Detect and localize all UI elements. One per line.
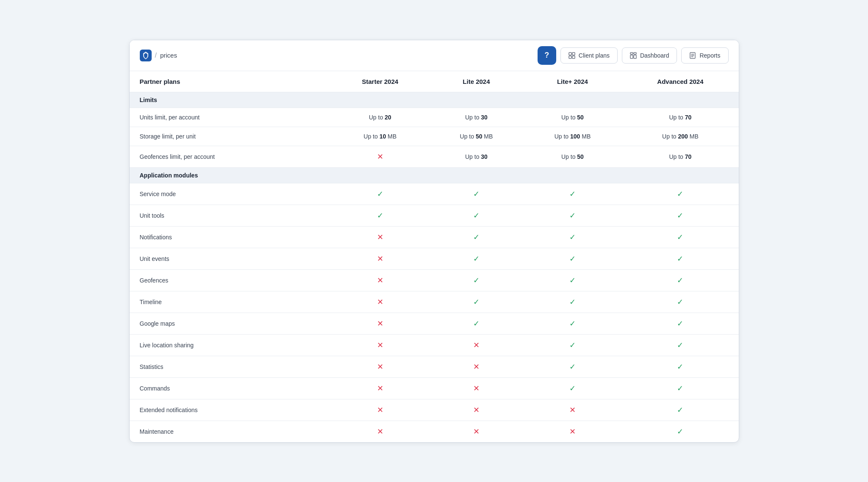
cross-icon: ✕ [377, 406, 383, 414]
limit-value: Up to 50 MB [460, 133, 493, 140]
col-header-feature: Partner plans [130, 71, 331, 92]
feature-label: Google maps [130, 313, 331, 334]
table-cell: ✕ [330, 313, 430, 334]
check-icon: ✓ [677, 190, 683, 198]
header: / prices ? Client plans [130, 40, 739, 71]
svg-rect-2 [572, 53, 575, 55]
reports-icon [689, 52, 696, 59]
logo-icon [140, 50, 152, 61]
svg-rect-1 [569, 53, 571, 55]
help-button[interactable]: ? [538, 46, 556, 65]
table-cell: ✓ [523, 377, 622, 399]
table-cell: ✓ [622, 377, 738, 399]
breadcrumb: / prices [140, 50, 538, 61]
limit-value: Up to 10 MB [363, 133, 397, 140]
check-icon: ✓ [569, 255, 576, 263]
table-cell: ✕ [330, 399, 430, 421]
table-row: Unit tools✓✓✓✓ [130, 205, 739, 226]
limit-value: Up to 50 [561, 114, 584, 121]
col-header-starter: Starter 2024 [330, 71, 430, 92]
limit-value: Up to 100 MB [555, 133, 591, 140]
svg-rect-8 [634, 55, 636, 58]
app-container: / prices ? Client plans [129, 40, 739, 443]
table-cell: ✕ [330, 421, 430, 442]
check-icon: ✓ [377, 211, 383, 220]
table-cell: Up to 50 [523, 108, 622, 127]
table-cell: ✓ [523, 291, 622, 313]
breadcrumb-separator: / [155, 52, 157, 59]
cross-icon: ✕ [569, 427, 576, 436]
check-icon: ✓ [569, 211, 576, 220]
table-row: Google maps✕✓✓✓ [130, 313, 739, 334]
client-plans-button[interactable]: Client plans [560, 47, 618, 64]
limit-value: Up to 20 [369, 114, 391, 121]
table-cell: ✓ [430, 313, 523, 334]
reports-label: Reports [699, 52, 720, 59]
check-icon: ✓ [473, 319, 480, 328]
cross-icon: ✕ [377, 319, 383, 328]
limit-value: Up to 70 [669, 153, 691, 160]
table-cell: Up to 70 [622, 108, 738, 127]
table-cell: ✓ [430, 183, 523, 205]
table-cell: ✕ [330, 377, 430, 399]
section-header-row: Application modules [130, 167, 739, 183]
check-icon: ✓ [569, 341, 576, 349]
svg-rect-7 [630, 55, 633, 58]
cross-icon: ✕ [377, 427, 383, 436]
table-cell: ✓ [622, 399, 738, 421]
reports-button[interactable]: Reports [681, 47, 728, 64]
limit-value: Up to 200 MB [662, 133, 699, 140]
svg-rect-6 [634, 53, 636, 54]
table-cell: ✕ [430, 356, 523, 377]
check-icon: ✓ [569, 190, 576, 198]
table-cell: Up to 30 [430, 146, 523, 167]
table-cell: ✓ [622, 334, 738, 356]
table-row: Live location sharing✕✕✓✓ [130, 334, 739, 356]
check-icon: ✓ [677, 211, 683, 220]
check-icon: ✓ [569, 298, 576, 306]
table-cell: ✓ [430, 226, 523, 248]
table-cell: Up to 50 MB [430, 127, 523, 146]
check-icon: ✓ [677, 363, 683, 371]
table-row: Notifications✕✓✓✓ [130, 226, 739, 248]
check-icon: ✓ [569, 384, 576, 393]
cross-icon: ✕ [377, 384, 383, 393]
table-cell: Up to 50 [523, 146, 622, 167]
grid-icon [568, 52, 575, 59]
cross-icon: ✕ [377, 152, 383, 161]
table-row: Timeline✕✓✓✓ [130, 291, 739, 313]
table-cell: ✕ [430, 399, 523, 421]
table-cell: ✕ [330, 269, 430, 291]
header-actions: ? Client plans Dashboard [538, 46, 729, 65]
check-icon: ✓ [569, 363, 576, 371]
table-cell: ✓ [622, 226, 738, 248]
table-row: Units limit, per accountUp to 20Up to 30… [130, 108, 739, 127]
table-cell: ✕ [430, 377, 523, 399]
check-icon: ✓ [473, 298, 480, 306]
feature-label: Geofences limit, per account [130, 146, 331, 167]
table-header-row: Partner plans Starter 2024 Lite 2024 Lit… [130, 71, 739, 92]
table-cell: ✓ [523, 183, 622, 205]
table-cell: ✕ [330, 248, 430, 269]
check-icon: ✓ [473, 233, 480, 241]
table-cell: ✓ [430, 269, 523, 291]
dashboard-button[interactable]: Dashboard [622, 47, 677, 64]
table-cell: ✓ [330, 183, 430, 205]
feature-label: Notifications [130, 226, 331, 248]
table-cell: ✓ [622, 313, 738, 334]
table-cell: Up to 10 MB [330, 127, 430, 146]
check-icon: ✓ [473, 211, 480, 220]
breadcrumb-page: prices [160, 52, 177, 59]
feature-label: Live location sharing [130, 334, 331, 356]
check-icon: ✓ [473, 255, 480, 263]
check-icon: ✓ [677, 233, 683, 241]
table-cell: ✕ [330, 291, 430, 313]
table-row: Commands✕✕✓✓ [130, 377, 739, 399]
table-cell: Up to 200 MB [622, 127, 738, 146]
table-cell: ✓ [622, 356, 738, 377]
table-row: Storage limit, per unitUp to 10 MBUp to … [130, 127, 739, 146]
table-cell: ✓ [330, 205, 430, 226]
table-cell: ✕ [430, 421, 523, 442]
table-cell: ✓ [430, 291, 523, 313]
cross-icon: ✕ [569, 406, 576, 414]
